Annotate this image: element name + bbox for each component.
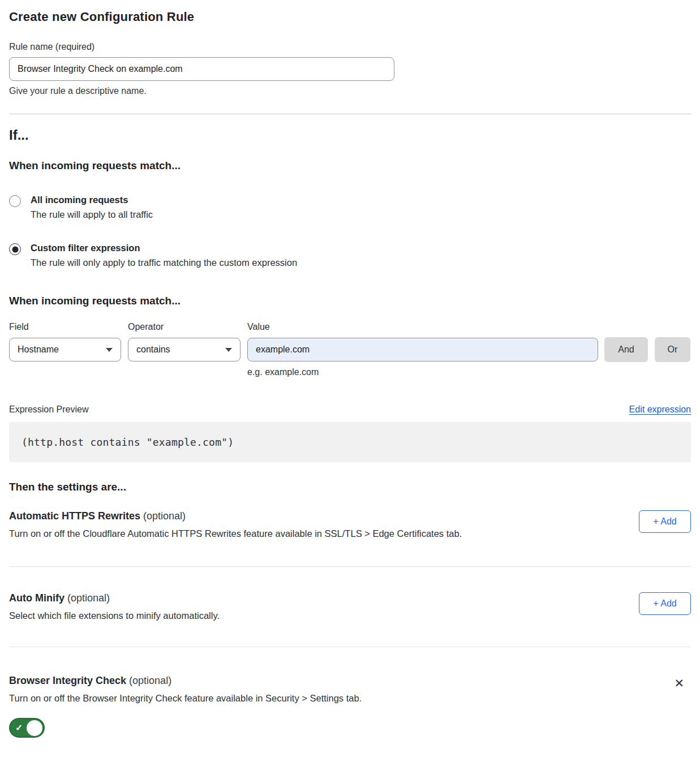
then-settings-heading: Then the settings are... <box>9 481 691 493</box>
browser-integrity-check-toggle[interactable]: ✓ <box>9 718 45 738</box>
field-select[interactable]: Hostname <box>9 338 121 361</box>
value-label: Value <box>247 322 270 332</box>
add-automatic-https-rewrites-button[interactable]: + Add <box>639 510 691 533</box>
builder-column-labels: Field Operator Value <box>9 322 691 332</box>
add-auto-minify-button[interactable]: + Add <box>639 592 691 615</box>
value-hint: e.g. example.com <box>247 367 691 377</box>
rule-name-label: Rule name (required) <box>9 42 691 52</box>
setting-divider <box>9 647 691 647</box>
operator-select-value: contains <box>136 345 170 355</box>
setting-name: Browser Integrity Check <box>9 675 126 686</box>
setting-description: Select which file extensions to minify a… <box>9 610 220 621</box>
or-button[interactable]: Or <box>655 337 690 362</box>
radio-unselected-icon[interactable] <box>9 195 21 207</box>
builder-controls-row: Hostname contains And Or <box>9 337 691 362</box>
incoming-requests-subheading: When incoming requests match... <box>9 160 691 172</box>
setting-optional-tag: (optional) <box>67 592 110 604</box>
setting-row-automatic-https-rewrites: Automatic HTTPS Rewrites (optional) Turn… <box>9 510 691 539</box>
chevron-down-icon <box>106 348 113 352</box>
radio-all-incoming-description: The rule will apply to all traffic <box>31 209 153 220</box>
expression-preview-box: (http.host contains "example.com") <box>9 422 691 462</box>
toggle-knob[interactable] <box>27 720 42 736</box>
expression-preview-label: Expression Preview <box>9 404 89 415</box>
setting-description: Turn on or off the Cloudflare Automatic … <box>9 528 462 539</box>
radio-custom-filter-description: The rule will only apply to traffic matc… <box>31 257 297 268</box>
field-select-value: Hostname <box>18 345 59 355</box>
setting-name: Auto Minify <box>9 592 65 604</box>
setting-name: Automatic HTTPS Rewrites <box>9 510 140 522</box>
radio-custom-filter-label: Custom filter expression <box>31 243 297 253</box>
setting-description: Turn on or off the Browser Integrity Che… <box>9 693 362 704</box>
operator-select[interactable]: contains <box>128 338 241 361</box>
close-icon[interactable]: ✕ <box>672 676 686 690</box>
setting-row-browser-integrity-check: Browser Integrity Check (optional) Turn … <box>9 675 691 704</box>
value-input[interactable] <box>247 338 598 361</box>
radio-all-incoming-label: All incoming requests <box>31 195 153 205</box>
expression-builder-heading: When incoming requests match... <box>9 295 691 307</box>
chevron-down-icon <box>225 348 232 352</box>
create-configuration-rule-page: Create new Configuration Rule Rule name … <box>0 0 700 738</box>
setting-divider <box>9 566 691 567</box>
expression-preview-header: Expression Preview Edit expression <box>9 404 691 415</box>
operator-label: Operator <box>128 322 247 332</box>
edit-expression-link[interactable]: Edit expression <box>629 404 691 415</box>
radio-all-incoming-requests[interactable]: All incoming requests The rule will appl… <box>9 195 691 220</box>
and-button[interactable]: And <box>604 337 648 362</box>
section-divider <box>9 114 691 114</box>
rule-name-help: Give your rule a descriptive name. <box>9 86 691 96</box>
setting-optional-tag: (optional) <box>129 675 171 686</box>
check-icon: ✓ <box>15 722 23 733</box>
field-label: Field <box>9 322 128 332</box>
page-title: Create new Configuration Rule <box>9 0 691 24</box>
radio-selected-icon[interactable] <box>9 243 21 255</box>
setting-optional-tag: (optional) <box>143 510 186 522</box>
if-heading: If... <box>9 127 691 143</box>
rule-name-input[interactable] <box>9 57 394 81</box>
radio-custom-filter-expression[interactable]: Custom filter expression The rule will o… <box>9 243 691 268</box>
expression-text: (http.host contains "example.com") <box>22 436 234 448</box>
setting-row-auto-minify: Auto Minify (optional) Select which file… <box>9 592 691 621</box>
